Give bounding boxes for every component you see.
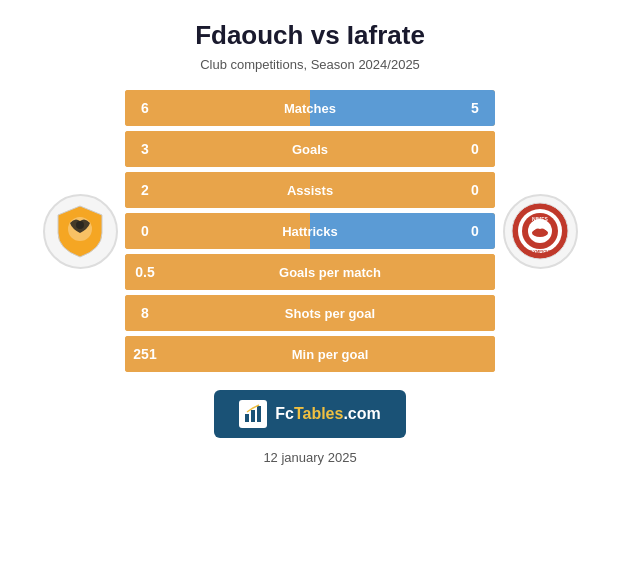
- fdaouch-logo: [43, 194, 118, 269]
- page-title: Fdaouch vs Iafrate: [195, 20, 425, 51]
- team-logo-left: [35, 194, 125, 269]
- stat-left-min-per-goal: 251: [125, 336, 165, 372]
- main-content: 6 Matches 5 3 Goals 0 2 Assists: [10, 90, 610, 372]
- stat-right-matches: 5: [455, 90, 495, 126]
- svg-text:OLYMPIQUE: OLYMPIQUE: [528, 249, 552, 254]
- stat-left-assists: 2: [125, 172, 165, 208]
- team-logo-right: NIMES OLYMPIQUE: [495, 194, 585, 269]
- stat-right-goals: 0: [455, 131, 495, 167]
- stat-row-assists: 2 Assists 0: [125, 172, 495, 208]
- stat-row-goals-per-match: 0.5 Goals per match: [125, 254, 495, 290]
- stat-row-shots-per-goal: 8 Shots per goal: [125, 295, 495, 331]
- svg-text:NIMES: NIMES: [532, 216, 549, 222]
- stat-right-assists: 0: [455, 172, 495, 208]
- stat-left-goals: 3: [125, 131, 165, 167]
- stat-left-matches: 6: [125, 90, 165, 126]
- svg-rect-10: [251, 410, 255, 422]
- stat-left-goals-per-match: 0.5: [125, 254, 165, 290]
- stat-label-goals-per-match: Goals per match: [279, 265, 381, 280]
- stat-label-goals: Goals: [292, 142, 328, 157]
- svg-rect-11: [257, 406, 261, 422]
- fctables-banner: FcTables.com: [214, 390, 406, 438]
- fctables-icon: [239, 400, 267, 428]
- stat-label-min-per-goal: Min per goal: [292, 347, 369, 362]
- svg-rect-9: [245, 414, 249, 422]
- fctables-text: FcTables.com: [275, 405, 381, 423]
- page-container: Fdaouch vs Iafrate Club competitions, Se…: [0, 0, 620, 580]
- footer-date: 12 january 2025: [263, 450, 356, 465]
- stat-left-hattricks: 0: [125, 213, 165, 249]
- stat-row-matches: 6 Matches 5: [125, 90, 495, 126]
- stat-left-shots-per-goal: 8: [125, 295, 165, 331]
- svg-point-1: [76, 221, 84, 229]
- stat-right-hattricks: 0: [455, 213, 495, 249]
- stat-label-hattricks: Hattricks: [282, 224, 338, 239]
- stats-table: 6 Matches 5 3 Goals 0 2 Assists: [125, 90, 495, 372]
- stat-label-matches: Matches: [284, 101, 336, 116]
- stat-label-shots-per-goal: Shots per goal: [285, 306, 375, 321]
- page-subtitle: Club competitions, Season 2024/2025: [200, 57, 420, 72]
- stat-row-goals: 3 Goals 0: [125, 131, 495, 167]
- stat-row-min-per-goal: 251 Min per goal: [125, 336, 495, 372]
- nimes-logo: NIMES OLYMPIQUE: [503, 194, 578, 269]
- stat-label-assists: Assists: [287, 183, 333, 198]
- stat-row-hattricks: 0 Hattricks 0: [125, 213, 495, 249]
